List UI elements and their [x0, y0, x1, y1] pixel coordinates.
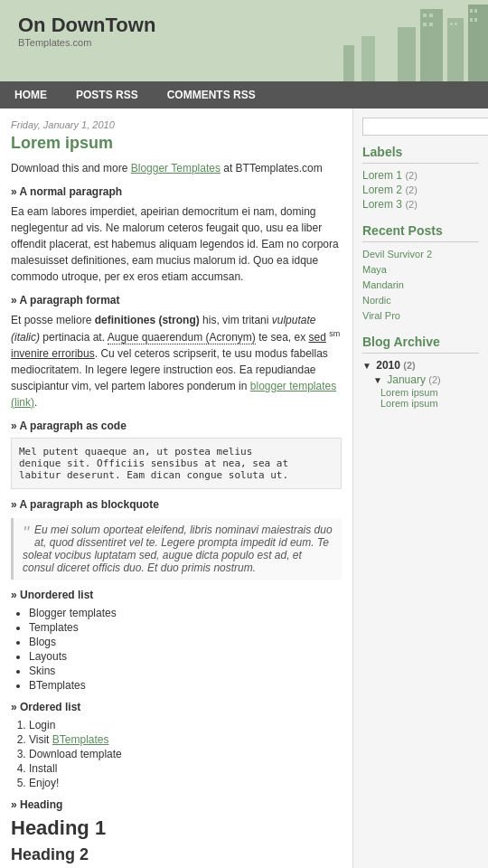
- blogger-templates-link[interactable]: Blogger Templates: [131, 162, 221, 175]
- underline-errors: invenire erroribus: [11, 347, 95, 360]
- search-input[interactable]: [362, 118, 488, 136]
- section-code: » A paragraph as code: [11, 420, 342, 432]
- list-item: Layouts: [29, 650, 342, 663]
- sidebar-label-item: Lorem 3 (2): [362, 198, 479, 211]
- recent-post-item: Maya: [362, 263, 479, 276]
- strong-text: definitiones (strong): [95, 314, 200, 326]
- label-link[interactable]: Lorem 3: [362, 198, 402, 211]
- section-headings: » Heading: [11, 798, 342, 811]
- btemplates-link[interactable]: BTemplates: [52, 733, 109, 746]
- recent-post-item: Viral Pro: [362, 309, 479, 322]
- archive-month: ▼ January (2): [362, 373, 479, 386]
- ordered-list: Login Visit BTemplates Download template…: [29, 719, 342, 789]
- normal-paragraph-text: Ea eam labores imperdiet, apeirian democ…: [11, 203, 342, 285]
- underline-sed: sed: [309, 331, 326, 344]
- site-header: On DownTown BTemplates.com: [0, 0, 488, 81]
- label-count: (2): [405, 199, 417, 210]
- post-1: Friday, January 1, 2010 Lorem ipsum Down…: [11, 119, 342, 868]
- list-item: Skins: [29, 665, 342, 677]
- list-item: Enjoy!: [29, 777, 342, 789]
- archive-post-link[interactable]: Lorem ipsum: [380, 398, 438, 409]
- superscript-sm: sm: [329, 329, 340, 338]
- code-block: Mel putent quaeque an, ut postea melius …: [11, 438, 342, 489]
- sidebar-labels-section: Labels Lorem 1 (2) Lorem 2 (2) Lorem 3 (…: [362, 145, 479, 211]
- post-body: Download this and more Blogger Templates…: [11, 160, 342, 868]
- nav-home[interactable]: HOME: [0, 81, 61, 108]
- list-item: Login: [29, 719, 342, 731]
- section-normal-paragraph: » A normal paragraph: [11, 185, 342, 198]
- list-item: Blogs: [29, 636, 342, 648]
- recent-post-link[interactable]: Mandarin: [362, 279, 404, 290]
- recent-post-link[interactable]: Nordic: [362, 295, 391, 306]
- content-wrapper: Friday, January 1, 2010 Lorem ipsum Down…: [0, 108, 488, 868]
- post-date: Friday, January 1, 2010: [11, 119, 342, 130]
- sidebar-label-item: Lorem 2 (2): [362, 184, 479, 196]
- section-unordered-list: » Unordered list: [11, 589, 342, 601]
- heading-1: Heading 1: [11, 816, 342, 840]
- archive-post-item: Lorem ipsum: [362, 398, 479, 409]
- recent-post-link[interactable]: Devil Survivor 2: [362, 249, 432, 259]
- list-item: Templates: [29, 621, 342, 634]
- list-item: Blogger templates: [29, 607, 342, 619]
- label-count: (2): [405, 184, 417, 195]
- unordered-list: Blogger templates Templates Blogs Layout…: [29, 607, 342, 692]
- sidebar-recent-posts-section: Recent Posts Devil Survivor 2 Maya Manda…: [362, 223, 479, 322]
- search-box: Search: [362, 118, 479, 136]
- label-count: (2): [405, 170, 417, 181]
- sidebar-archive-title: Blog Archive: [362, 335, 479, 354]
- site-title: On DownTown: [18, 14, 470, 37]
- archive-month-link[interactable]: January: [387, 373, 426, 386]
- quote-text: Eu mei solum oporteat eleifend, libris n…: [23, 524, 333, 574]
- recent-post-link[interactable]: Viral Pro: [362, 310, 400, 321]
- archive-year-count: (2): [403, 360, 415, 371]
- list-item: Install: [29, 762, 342, 775]
- recent-post-item: Devil Survivor 2: [362, 248, 479, 260]
- blogger-templates-inline-link[interactable]: blogger templates (link): [11, 380, 336, 409]
- triangle-icon: ▼: [373, 375, 382, 385]
- archive-post-link[interactable]: Lorem ipsum: [380, 387, 438, 398]
- blockquote: " Eu mei solum oporteat eleifend, libris…: [11, 518, 342, 580]
- list-item: Download template: [29, 748, 342, 760]
- sidebar-archive-section: Blog Archive ▼ 2010 (2) ▼ January (2) Lo…: [362, 335, 479, 409]
- archive-year: ▼ 2010 (2): [362, 359, 479, 372]
- nav-posts-rss[interactable]: POSTS RSS: [61, 81, 153, 108]
- list-item: Visit BTemplates: [29, 733, 342, 746]
- label-link[interactable]: Lorem 1: [362, 169, 402, 182]
- section-blockquote: » A paragraph as blockquote: [11, 498, 342, 511]
- acronym-text: Augue quaerendum (Acronym): [108, 331, 256, 344]
- main-content: Friday, January 1, 2010 Lorem ipsum Down…: [0, 108, 352, 868]
- recent-post-item: Nordic: [362, 294, 479, 307]
- site-subtitle: BTemplates.com: [18, 37, 470, 48]
- sidebar: Search Labels Lorem 1 (2) Lorem 2 (2) Lo…: [352, 108, 488, 868]
- nav-comments-rss[interactable]: COMMENTS RSS: [153, 81, 270, 108]
- section-ordered-list: » Ordered list: [11, 701, 342, 713]
- paragraph-format-text: Et posse meliore definitiones (strong) h…: [11, 312, 342, 410]
- triangle-icon: ▼: [362, 361, 371, 371]
- heading-2: Heading 2: [11, 845, 342, 864]
- sidebar-label-item: Lorem 1 (2): [362, 169, 479, 182]
- label-link[interactable]: Lorem 2: [362, 184, 402, 196]
- sidebar-recent-posts-title: Recent Posts: [362, 223, 479, 242]
- nav-bar: HOME POSTS RSS COMMENTS RSS: [0, 81, 488, 108]
- recent-post-item: Mandarin: [362, 278, 479, 291]
- archive-month-count: (2): [428, 374, 440, 385]
- list-item: BTemplates: [29, 679, 342, 692]
- section-paragraph-format: » A paragraph format: [11, 294, 342, 307]
- archive-post-item: Lorem ipsum: [362, 387, 479, 398]
- sidebar-labels-title: Labels: [362, 145, 479, 164]
- archive-year-link[interactable]: 2010: [376, 359, 400, 372]
- post-title: Lorem ipsum: [11, 134, 342, 153]
- quote-icon: ": [23, 524, 29, 542]
- download-line: Download this and more Blogger Templates…: [11, 160, 342, 176]
- recent-post-link[interactable]: Maya: [362, 264, 387, 275]
